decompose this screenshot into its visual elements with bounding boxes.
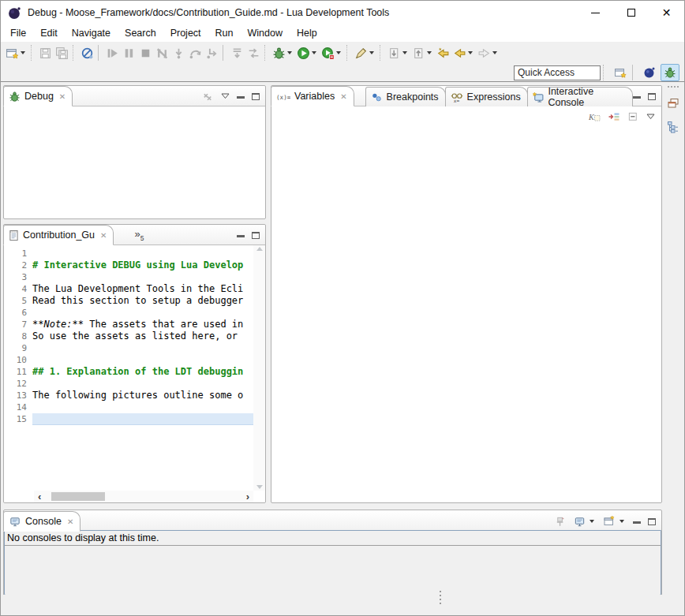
editor-line[interactable]: 1 — [4, 248, 265, 259]
open-perspective-button[interactable] — [611, 64, 630, 81]
editor-line[interactable]: 6 — [4, 307, 265, 319]
lua-perspective-button[interactable] — [640, 64, 659, 81]
restore-view-button[interactable] — [664, 95, 682, 111]
forward-button[interactable] — [476, 43, 500, 62]
dropdown-arrow-icon[interactable] — [21, 51, 25, 54]
editor-line[interactable]: 14 — [4, 401, 265, 413]
dropdown-arrow-icon[interactable] — [369, 51, 374, 54]
close-tab-icon[interactable]: ✕ — [67, 517, 73, 526]
drop-to-frame-button[interactable] — [229, 43, 245, 62]
menu-run[interactable]: Run — [208, 26, 241, 40]
editor-overflow-chevron[interactable]: »5 — [134, 228, 144, 242]
tab-breakpoints[interactable]: Breakpoints — [365, 87, 446, 106]
status-grip-handle[interactable] — [440, 591, 441, 604]
close-tab-icon[interactable]: ✕ — [59, 92, 66, 101]
tab-debug[interactable]: Debug ✕ — [3, 86, 73, 106]
menu-file[interactable]: File — [3, 26, 33, 40]
editor-line[interactable]: 2# Interactive DEBUG using Lua Develop — [4, 259, 265, 271]
editor-line[interactable]: 15 — [4, 413, 265, 425]
maximize-view-button[interactable] — [252, 232, 260, 239]
dropdown-arrow-icon[interactable] — [492, 51, 497, 54]
tab-interactive-console[interactable]: Interactive Console — [527, 87, 633, 106]
editor-line[interactable]: 9 — [4, 342, 265, 354]
scroll-right-icon[interactable]: › — [242, 491, 253, 502]
step-return-button[interactable] — [204, 43, 220, 62]
pin-console-button[interactable] — [555, 516, 567, 528]
dropdown-arrow-icon[interactable] — [312, 51, 316, 54]
previous-annotation-button[interactable] — [410, 43, 435, 62]
remove-all-terminated-button[interactable] — [202, 91, 214, 103]
dropdown-arrow-icon[interactable] — [336, 51, 341, 54]
terminate-button[interactable] — [137, 43, 154, 62]
minimize-window-button[interactable] — [578, 1, 613, 24]
display-selected-console-button[interactable] — [574, 516, 596, 528]
editor-line[interactable]: 11## 1. Explanation of the LDT debuggin — [4, 366, 265, 378]
dropdown-arrow-icon[interactable] — [468, 51, 473, 54]
use-step-filters-button[interactable] — [245, 43, 262, 62]
scrollbar-thumb[interactable] — [51, 492, 105, 501]
editor-line[interactable]: 10 — [4, 354, 265, 366]
scroll-left-icon[interactable]: ‹ — [34, 491, 45, 502]
editor-line[interactable]: 13The following pictures outline some o — [4, 390, 265, 401]
quick-access-input[interactable] — [514, 65, 601, 80]
show-logical-structures-button[interactable] — [608, 110, 620, 123]
scroll-down-icon[interactable] — [256, 485, 263, 489]
maximize-view-button[interactable] — [648, 93, 656, 100]
open-console-button[interactable] — [603, 515, 626, 528]
tab-console[interactable]: Console ✕ — [3, 511, 80, 532]
menu-navigate[interactable]: Navigate — [65, 26, 118, 40]
save-button[interactable] — [37, 43, 54, 62]
editor-vertical-scrollbar[interactable] — [253, 245, 265, 491]
dropdown-arrow-icon[interactable] — [427, 51, 432, 54]
maximize-window-button[interactable] — [613, 1, 649, 24]
collapse-all-button[interactable] — [627, 111, 639, 123]
skip-all-breakpoints-button[interactable] — [79, 43, 95, 62]
new-wizard-button[interactable] — [4, 43, 28, 62]
close-tab-icon[interactable]: ✕ — [340, 92, 346, 101]
minimize-view-button[interactable] — [633, 96, 641, 99]
minimize-view-button[interactable] — [237, 96, 245, 99]
menu-window[interactable]: Window — [241, 26, 290, 40]
editor-line[interactable]: 8So use the assets as listed here, or — [4, 330, 265, 342]
dropdown-arrow-icon[interactable] — [287, 51, 292, 54]
editor-line[interactable]: 4The Lua Development Tools in the Ecli — [4, 283, 265, 295]
maximize-view-button[interactable] — [252, 93, 260, 100]
step-into-button[interactable] — [170, 43, 187, 62]
editor-text-area[interactable]: 12# Interactive DEBUG using Lua Develop3… — [4, 245, 265, 502]
editor-horizontal-scrollbar[interactable]: ‹ › — [34, 491, 253, 502]
step-over-button[interactable] — [187, 43, 204, 62]
external-tools-button[interactable] — [353, 43, 377, 62]
close-tab-icon[interactable]: ✕ — [100, 231, 107, 240]
menu-edit[interactable]: Edit — [33, 26, 65, 40]
save-all-button[interactable] — [54, 43, 70, 62]
maximize-view-button[interactable] — [648, 518, 656, 525]
editor-line[interactable]: 7**Note:** The assets that are used in — [4, 319, 265, 330]
suspend-button[interactable] — [121, 43, 137, 62]
disconnect-button[interactable] — [154, 43, 170, 62]
resume-button[interactable] — [104, 43, 121, 62]
dropdown-arrow-icon[interactable] — [402, 51, 407, 54]
view-menu-button[interactable] — [221, 93, 230, 99]
menu-project[interactable]: Project — [163, 26, 208, 40]
coverage-button[interactable] — [320, 43, 344, 62]
outline-view-button[interactable] — [664, 119, 682, 135]
minimize-view-button[interactable] — [237, 235, 245, 238]
tab-variables[interactable]: (x)= Variables ✕ — [271, 86, 354, 106]
minimize-view-button[interactable] — [633, 521, 641, 525]
editor-line[interactable]: 3 — [4, 271, 265, 283]
back-button[interactable] — [451, 43, 476, 62]
tab-contribution-guide[interactable]: Contribution_Gu ✕ — [3, 225, 114, 245]
tab-expressions[interactable]: x= Expressions — [445, 87, 528, 106]
editor-line[interactable]: 5Read this section to setup a debugger — [4, 295, 265, 307]
close-window-button[interactable]: ✕ — [649, 1, 684, 24]
show-type-names-button[interactable]: K — [588, 110, 601, 123]
last-edit-location-button[interactable] — [435, 43, 451, 62]
next-annotation-button[interactable] — [386, 43, 410, 62]
debug-perspective-button[interactable] — [661, 64, 679, 81]
view-menu-button[interactable] — [646, 114, 655, 120]
trim-drag-handle[interactable] — [668, 86, 679, 88]
menu-search[interactable]: Search — [118, 26, 163, 40]
editor-line[interactable]: 12 — [4, 378, 265, 390]
scroll-up-icon[interactable] — [256, 247, 263, 251]
menu-help[interactable]: Help — [290, 26, 324, 40]
